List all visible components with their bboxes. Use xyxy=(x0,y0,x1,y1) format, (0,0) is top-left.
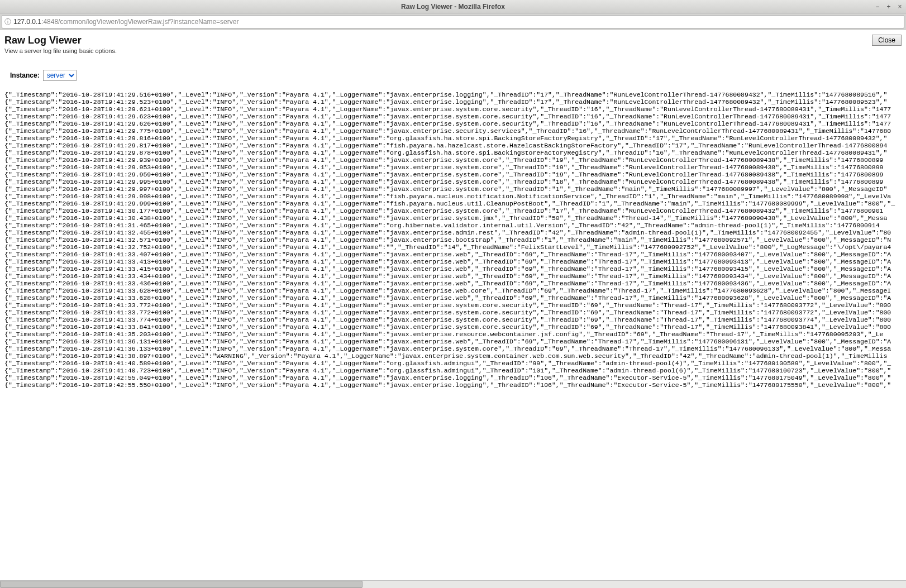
window-title: Raw Log Viewer - Mozilla Firefox xyxy=(401,3,505,11)
window-titlebar: Raw Log Viewer - Mozilla Firefox − + × xyxy=(0,0,906,13)
maximize-icon[interactable]: + xyxy=(885,3,893,11)
horizontal-scrollbar[interactable] xyxy=(0,580,906,588)
page-subtitle: View a server log file using basic optio… xyxy=(4,47,117,54)
url-bar[interactable]: ⓘ 127.0.0.1:4848/common/logViewer/logVie… xyxy=(2,15,904,28)
minimize-icon[interactable]: − xyxy=(874,3,881,11)
close-button[interactable]: Close xyxy=(872,35,902,46)
url-text: 127.0.0.1:4848/common/logViewer/logViewe… xyxy=(13,18,904,26)
page-content: Raw Log Viewer View a server log file us… xyxy=(0,30,906,588)
close-window-icon[interactable]: × xyxy=(896,3,904,11)
info-icon[interactable]: ⓘ xyxy=(2,17,13,27)
instance-select[interactable]: server xyxy=(43,70,77,81)
log-output: {"_Timestamp":"2016-10-28T19:41:29.516+0… xyxy=(4,91,902,584)
page-title: Raw Log Viewer xyxy=(4,35,117,46)
instance-label: Instance: xyxy=(10,71,40,79)
scrollbar-thumb[interactable] xyxy=(0,581,363,588)
